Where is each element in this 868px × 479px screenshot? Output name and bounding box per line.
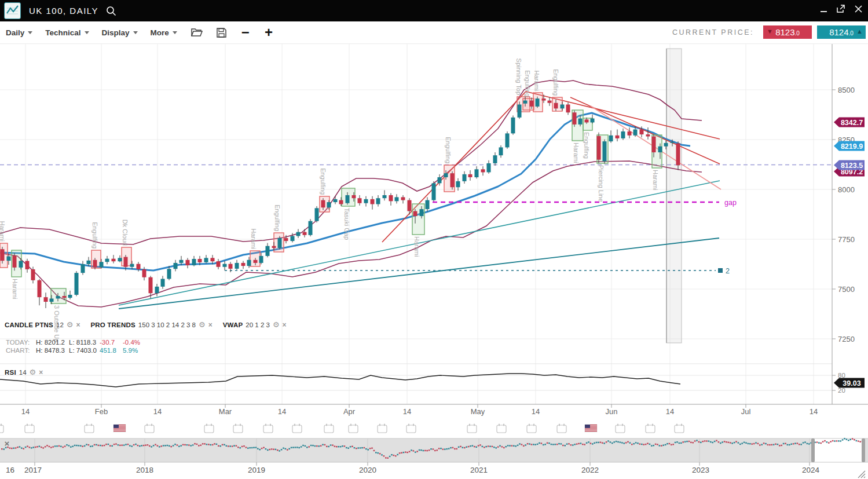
popout-icon[interactable] — [836, 3, 846, 14]
calendar-event-icon[interactable] — [406, 424, 416, 433]
candle-body — [401, 197, 405, 200]
gear-icon[interactable]: ⚙ — [67, 322, 74, 328]
buy-price-button[interactable]: 8124.0 ▲ — [817, 25, 866, 39]
navigator-left-handle[interactable] — [811, 438, 815, 462]
candle-body — [130, 264, 134, 267]
candle-body — [371, 199, 375, 204]
navigator-selection[interactable] — [813, 438, 863, 462]
navigator-track[interactable] — [0, 438, 868, 462]
zoom-out-button[interactable]: − — [241, 27, 250, 38]
navigator-mini-candle — [409, 451, 411, 452]
navigator-mini-candle — [113, 444, 115, 445]
navigator-mini-candle — [561, 443, 562, 444]
indicator-vwap-name: VWAP — [223, 321, 243, 328]
navigator-mini-candle — [200, 445, 202, 446]
us-flag-icon[interactable] — [113, 425, 126, 432]
close-icon[interactable] — [853, 3, 863, 14]
candle-body — [112, 259, 116, 261]
candle-body — [93, 260, 97, 268]
navigator-mini-candle — [783, 443, 785, 444]
open-folder-icon[interactable] — [191, 28, 203, 37]
candle-body — [671, 142, 675, 143]
navigator-mini-candle — [852, 438, 854, 439]
calendar-event-icon[interactable] — [145, 424, 154, 433]
menu-timeframe[interactable]: Daily — [6, 28, 32, 37]
candle-body — [352, 195, 356, 198]
navigator-mini-candle — [153, 445, 155, 446]
calendar-event-icon[interactable] — [204, 424, 214, 433]
navigator-year-label: 2023 — [692, 466, 709, 474]
navigator-mini-candle — [588, 441, 589, 443]
highlight-region[interactable] — [666, 49, 682, 343]
navigator-mini-candle — [726, 441, 727, 443]
navigator-mini-candle — [143, 445, 145, 446]
navigator-mini-candle — [328, 446, 329, 447]
navigator-mini-candle — [720, 443, 721, 444]
remove-indicator-icon[interactable]: × — [208, 322, 213, 328]
calendar-event-icon[interactable] — [85, 424, 94, 433]
calendar-event-icon[interactable] — [557, 424, 566, 433]
navigator-mini-candle — [836, 440, 838, 441]
navigator-mini-candle — [771, 444, 772, 445]
navigator-mini-candle — [700, 442, 702, 443]
remove-indicator-icon[interactable]: × — [76, 322, 80, 328]
calendar-event-icon[interactable] — [527, 424, 536, 433]
candle-body — [542, 98, 546, 100]
zoom-in-button[interactable]: + — [265, 27, 273, 38]
navigator-mini-candle — [68, 445, 70, 446]
sell-price-button[interactable]: ▼ 8123.0 — [763, 25, 812, 39]
gear-icon[interactable]: ⚙ — [199, 322, 206, 328]
resize-grip-icon[interactable] — [864, 477, 865, 478]
navigator-mini-candle — [186, 444, 188, 445]
navigator-mini-candle — [611, 443, 613, 444]
navigator-mini-candle — [735, 441, 737, 442]
calendar-event-icon[interactable] — [292, 424, 302, 433]
navigator-mini-candle — [562, 445, 564, 446]
calendar-event-icon[interactable] — [646, 424, 655, 433]
remove-indicator-icon[interactable]: × — [39, 370, 43, 375]
search-icon[interactable] — [105, 5, 117, 17]
navigator-mini-candle — [466, 447, 467, 448]
minimize-icon[interactable] — [818, 3, 829, 14]
time-tick-label: 14 — [153, 407, 162, 416]
navigator-close-icon[interactable]: × — [2, 439, 12, 448]
menu-display[interactable]: Display — [102, 28, 138, 37]
navigator-mini-candle — [401, 452, 402, 454]
navigator-mini-candle — [174, 444, 176, 445]
calendar-event-icon[interactable] — [497, 424, 506, 433]
calendar-event-icon[interactable] — [233, 424, 243, 433]
calendar-event-icon[interactable] — [263, 424, 273, 433]
candle-body — [254, 260, 258, 263]
remove-indicator-icon[interactable]: × — [283, 322, 287, 328]
gear-icon[interactable]: ⚙ — [273, 322, 280, 328]
calendar-event-icon[interactable] — [675, 424, 684, 433]
calendar-event-icon[interactable] — [0, 424, 3, 433]
candle-body — [186, 260, 190, 265]
candle-body — [241, 263, 246, 266]
navigator-mini-candle — [456, 448, 457, 449]
calendar-event-icon[interactable] — [378, 424, 387, 433]
navigator-mini-candle — [21, 447, 23, 448]
navigator-mini-candle — [214, 443, 215, 444]
us-flag-icon[interactable] — [585, 425, 597, 432]
gear-icon[interactable]: ⚙ — [30, 370, 36, 375]
save-icon[interactable] — [217, 28, 226, 38]
calendar-event-icon[interactable] — [616, 424, 625, 433]
candle-body — [395, 197, 399, 201]
menu-technical[interactable]: Technical — [45, 28, 89, 37]
menu-more[interactable]: More — [151, 28, 177, 37]
candle-body — [68, 295, 72, 298]
calendar-event-icon[interactable] — [324, 424, 334, 433]
calendar-event-icon[interactable] — [25, 424, 34, 433]
calendar-event-icon[interactable] — [467, 424, 477, 433]
navigator-mini-candle — [731, 443, 733, 444]
navigator-mini-candle — [196, 444, 198, 445]
navigator-mini-candle — [438, 448, 440, 449]
navigator-mini-candle — [708, 440, 710, 441]
candle-pattern-label: Engulfing — [274, 204, 281, 231]
navigator-mini-candle — [216, 444, 218, 445]
navigator-right-handle[interactable] — [862, 438, 865, 462]
candle-body — [192, 259, 196, 265]
navigator-mini-candle — [777, 444, 779, 445]
calendar-event-icon[interactable] — [349, 424, 358, 433]
